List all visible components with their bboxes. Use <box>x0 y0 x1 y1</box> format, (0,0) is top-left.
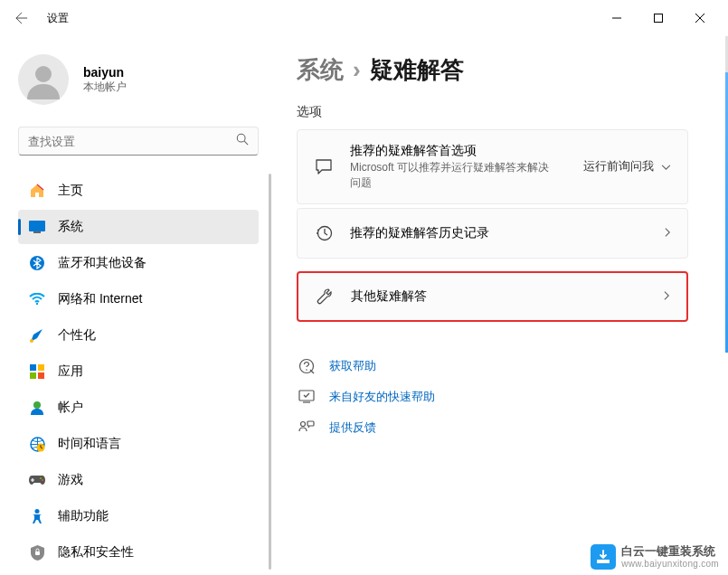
svg-point-24 <box>306 369 307 371</box>
gaming-icon <box>29 472 45 488</box>
maximize-icon <box>654 14 663 23</box>
watermark-logo <box>591 544 616 570</box>
account-icon <box>29 400 45 416</box>
nav-item-home[interactable]: 主页 <box>18 174 259 208</box>
chevron-right-icon <box>665 225 671 241</box>
svg-rect-14 <box>38 372 44 379</box>
titlebar: 设置 <box>0 0 728 36</box>
nav-label: 系统 <box>58 219 83 235</box>
link-quick-assist[interactable]: 来自好友的快速帮助 <box>297 382 688 412</box>
nav-item-network[interactable]: 网络和 Internet <box>18 282 259 316</box>
svg-point-9 <box>36 303 38 305</box>
chevron-down-icon <box>661 160 671 174</box>
nav-item-personalization[interactable]: 个性化 <box>18 318 259 353</box>
brush-icon <box>29 327 45 344</box>
link-label: 提供反馈 <box>329 419 376 436</box>
breadcrumb-parent[interactable]: 系统 <box>297 54 344 86</box>
window-title: 设置 <box>47 11 69 26</box>
nav-item-gaming[interactable]: 游戏 <box>18 463 259 497</box>
search-box[interactable] <box>18 127 259 156</box>
nav-label: 网络和 Internet <box>58 291 142 307</box>
svg-point-3 <box>237 134 245 142</box>
link-feedback[interactable]: 提供反馈 <box>297 412 688 443</box>
nav-label: 主页 <box>58 183 83 199</box>
home-icon <box>29 183 45 199</box>
svg-point-18 <box>40 477 42 479</box>
profile-name: baiyun <box>83 65 127 80</box>
user-avatar-icon <box>24 60 63 99</box>
card-subtitle: Microsoft 可以推荐并运行疑难解答来解决问题 <box>350 160 549 191</box>
content-area: 系统 › 疑难解答 选项 推荐的疑难解答首选项 Microsoft 可以推荐并运… <box>271 36 728 575</box>
minimize-button[interactable] <box>596 4 638 33</box>
watermark-title: 白云一键重装系统 <box>621 545 719 558</box>
search-input[interactable] <box>28 135 236 148</box>
svg-rect-7 <box>33 231 41 233</box>
svg-rect-28 <box>307 421 314 426</box>
breadcrumb: 系统 › 疑难解答 <box>297 54 688 86</box>
nav-item-system[interactable]: 系统 <box>18 210 259 244</box>
nav-item-apps[interactable]: 应用 <box>18 354 259 389</box>
nav-item-time-language[interactable]: 时间和语言 <box>18 427 259 461</box>
nav-item-bluetooth[interactable]: 蓝牙和其他设备 <box>18 246 259 280</box>
shield-icon <box>29 544 45 561</box>
nav-label: 辅助功能 <box>58 508 109 524</box>
card-preferences[interactable]: 推荐的疑难解答首选项 Microsoft 可以推荐并运行疑难解答来解决问题 运行… <box>297 129 688 204</box>
section-label: 选项 <box>297 104 688 120</box>
system-icon <box>29 219 45 235</box>
quick-assist-icon <box>297 387 317 407</box>
svg-rect-13 <box>30 372 36 379</box>
link-label: 获取帮助 <box>329 358 376 374</box>
chat-icon <box>314 156 334 176</box>
nav-item-accounts[interactable]: 帐户 <box>18 391 259 425</box>
close-icon <box>695 14 704 23</box>
bluetooth-icon <box>29 255 45 271</box>
nav-label: 应用 <box>58 363 83 380</box>
svg-point-20 <box>35 509 40 514</box>
search-icon <box>236 133 249 149</box>
feedback-icon <box>297 418 317 438</box>
card-other-troubleshooters[interactable]: 其他疑难解答 <box>297 271 688 322</box>
nav-label: 蓝牙和其他设备 <box>58 255 147 271</box>
nav-label: 游戏 <box>58 472 83 488</box>
card-dropdown[interactable]: 运行前询问我 <box>583 158 671 174</box>
svg-rect-1 <box>655 14 663 23</box>
svg-rect-5 <box>35 193 39 197</box>
svg-point-27 <box>301 421 306 426</box>
card-title: 推荐的疑难解答历史记录 <box>350 225 665 241</box>
nav-label: 时间和语言 <box>58 436 121 452</box>
apps-icon <box>29 363 45 380</box>
nav-list: 主页 系统 蓝牙和其他设备 网络和 Internet 个性化 应用 <box>14 174 271 570</box>
svg-rect-21 <box>35 551 40 555</box>
sidebar: baiyun 本地帐户 主页 系统 蓝牙和其他设备 <box>0 36 271 575</box>
card-history[interactable]: 推荐的疑难解答历史记录 <box>297 208 688 259</box>
nav-label: 帐户 <box>58 400 83 416</box>
nav-item-privacy[interactable]: 隐私和安全性 <box>18 535 259 570</box>
svg-rect-11 <box>30 364 36 371</box>
avatar <box>18 54 69 105</box>
nav-label: 个性化 <box>58 327 96 344</box>
download-icon <box>595 549 611 565</box>
minimize-icon <box>612 14 621 23</box>
clock-globe-icon <box>29 436 45 452</box>
close-button[interactable] <box>679 4 721 33</box>
card-title: 推荐的疑难解答首选项 <box>350 143 583 159</box>
back-button[interactable] <box>7 4 36 33</box>
nav-label: 隐私和安全性 <box>58 544 134 561</box>
arrow-left-icon <box>15 12 28 24</box>
maximize-button[interactable] <box>638 4 679 33</box>
watermark-url: www.baiyunxitong.com <box>621 559 719 569</box>
help-links: 获取帮助 来自好友的快速帮助 提供反馈 <box>297 351 688 443</box>
profile-block[interactable]: baiyun 本地帐户 <box>14 47 271 123</box>
svg-point-2 <box>35 66 52 82</box>
dropdown-value: 运行前询问我 <box>583 158 654 174</box>
svg-point-15 <box>33 401 41 409</box>
svg-rect-12 <box>38 364 44 371</box>
link-get-help[interactable]: 获取帮助 <box>297 351 688 382</box>
wrench-icon <box>315 287 335 306</box>
watermark: 白云一键重装系统 www.baiyunxitong.com <box>591 544 719 570</box>
accessibility-icon <box>29 508 45 524</box>
nav-item-accessibility[interactable]: 辅助功能 <box>18 499 259 533</box>
svg-point-19 <box>42 479 43 481</box>
svg-point-10 <box>30 339 33 343</box>
breadcrumb-current: 疑难解答 <box>370 54 464 86</box>
